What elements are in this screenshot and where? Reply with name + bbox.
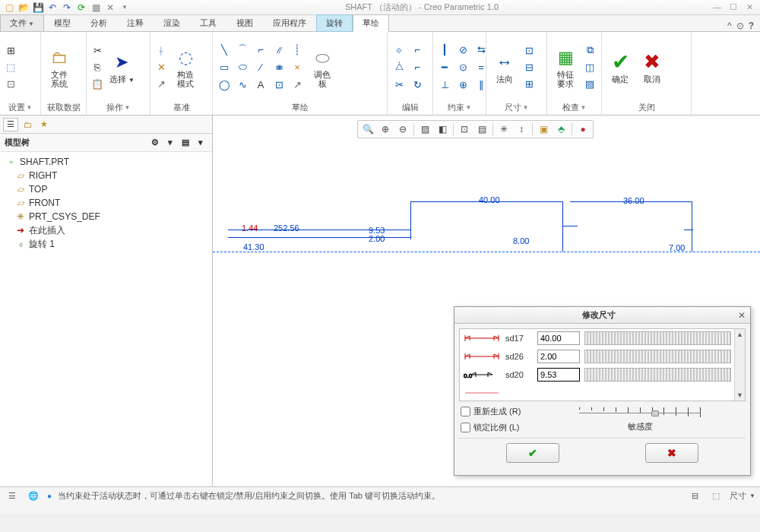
coord-icon[interactable]: ↗ (154, 76, 169, 91)
chamfer-icon[interactable]: ∕ (252, 59, 269, 75)
dialog-ok-button[interactable]: ✔ (506, 443, 559, 463)
tree-node-insert[interactable]: ➔在此插入 (5, 223, 207, 237)
save-icon[interactable]: 💾 (32, 2, 44, 14)
palette-button[interactable]: ⬭ 调色 板 (307, 44, 337, 90)
thicken-icon[interactable]: ⩩ (271, 59, 287, 75)
annot-disp-icon[interactable]: ▣ (535, 122, 552, 137)
baseline-icon[interactable]: ⊟ (521, 59, 537, 74)
thumbwheel[interactable] (584, 368, 731, 382)
selection-filter[interactable]: 尺寸 ▼ (730, 490, 755, 502)
spline-icon[interactable]: ∿ (234, 76, 251, 93)
dim-value-input[interactable] (537, 368, 580, 382)
ellipse-icon[interactable]: ⬭ (234, 59, 251, 75)
construct-button[interactable]: ◌ 构造 模式 (170, 44, 201, 90)
project-icon[interactable]: ⊡ (271, 76, 287, 93)
tree-node-top[interactable]: ▱TOP (5, 182, 207, 196)
dim-value-input[interactable] (537, 331, 580, 345)
dim-value-input[interactable] (537, 350, 580, 363)
close-win-icon[interactable]: ✕ (104, 2, 116, 14)
arc-icon[interactable]: ⌒ (234, 41, 251, 58)
tab-sketch[interactable]: 草绘 (353, 14, 389, 32)
normal-dim-button[interactable]: ↔ 法向 (489, 49, 520, 85)
rotate-icon[interactable]: ↻ (409, 76, 426, 93)
delete-seg-icon[interactable]: ⌐ (409, 41, 426, 58)
dim-8[interactable]: 8.00 (513, 236, 529, 245)
close-icon[interactable]: ✕ (746, 2, 757, 13)
corner-icon[interactable]: ⌐ (409, 59, 426, 75)
mirror-icon[interactable]: ⧊ (391, 59, 407, 75)
scroll-down-icon[interactable]: ▼ (735, 390, 745, 401)
tab-render[interactable]: 渲染 (154, 14, 190, 32)
dim-40[interactable]: 40.00 (479, 195, 500, 204)
centerline-icon[interactable]: ⟊ (154, 43, 169, 58)
paste-icon[interactable]: 📋 (90, 76, 105, 91)
tree-node-csys[interactable]: ✳PRT_CSYS_DEF (5, 210, 207, 223)
status-tree-icon[interactable]: ☰ (5, 489, 20, 503)
collapse-ribbon-icon[interactable]: ^ (727, 21, 732, 31)
open-icon[interactable]: 📂 (17, 2, 30, 14)
point2-icon[interactable]: × (289, 59, 306, 75)
perpendicular-icon[interactable]: ⊥ (436, 76, 453, 93)
tree-node-right[interactable]: ▱RIGHT (5, 169, 207, 182)
axis-disp-icon[interactable]: ↕ (513, 122, 530, 137)
persp-icon[interactable]: ● (575, 122, 591, 137)
dim-144[interactable]: 1.44 (242, 223, 258, 233)
status-msg-icon[interactable]: ⊟ (687, 489, 702, 503)
horizontal-icon[interactable]: ━ (436, 59, 453, 75)
offset-icon[interactable]: ⫽ (271, 41, 287, 58)
coord2-icon[interactable]: ↗ (289, 76, 306, 93)
thumbwheel[interactable] (584, 331, 731, 345)
tree-tab-icon[interactable]: ☰ (3, 118, 18, 131)
scroll-up-icon[interactable]: ▲ (735, 329, 745, 340)
dim-7[interactable]: 7.00 (669, 243, 685, 252)
tab-annotate[interactable]: 注释 (117, 14, 154, 32)
options-icon[interactable]: ⊙ (736, 21, 744, 31)
dialog-cancel-button[interactable]: ✖ (645, 443, 698, 463)
tree-node-revolve[interactable]: ⬨旋转 1 (5, 237, 207, 251)
tree-root[interactable]: ▫SHAFT.PRT (5, 155, 207, 169)
model-tree[interactable]: ▫SHAFT.PRT ▱RIGHT ▱TOP ▱FRONT ✳PRT_CSYS_… (0, 152, 212, 486)
shade-icon[interactable]: ▨ (582, 76, 597, 91)
point-icon[interactable]: ✕ (154, 59, 169, 74)
tab-analysis[interactable]: 分析 (81, 14, 117, 32)
dim-row-sd20[interactable]: 0.0 sd20 (460, 366, 745, 384)
centerline2-icon[interactable]: ┊ (289, 41, 306, 58)
qat-icon[interactable]: ▦ (90, 2, 102, 14)
lock-checkbox[interactable]: 锁定比例 (L) (461, 422, 521, 433)
dialog-titlebar[interactable]: 修改尺寸 ✕ (454, 307, 750, 324)
text-icon[interactable]: A (252, 76, 269, 93)
copy-icon[interactable]: ⎘ (90, 59, 105, 74)
refit-icon[interactable]: 🔍 (359, 122, 376, 137)
fillet-icon[interactable]: ⌐ (252, 41, 269, 58)
dim-36[interactable]: 36.00 (623, 196, 644, 205)
dim-953r[interactable]: 2.00 (369, 234, 385, 243)
tab-file[interactable]: 文件▼ (0, 14, 44, 32)
thumbwheel[interactable] (584, 350, 731, 363)
tab-tools[interactable]: 工具 (190, 14, 226, 32)
status-globe-icon[interactable]: 🌐 (26, 489, 41, 503)
tab-model[interactable]: 模型 (44, 14, 81, 32)
slider-thumb[interactable] (651, 410, 659, 416)
status-find-icon[interactable]: ⬚ (708, 489, 724, 503)
line-icon[interactable]: ╲ (216, 41, 233, 58)
tab-view[interactable]: 视图 (226, 14, 263, 32)
tree-dd-icon[interactable]: ▾ (194, 136, 207, 150)
tree-node-front[interactable]: ▱FRONT (5, 196, 207, 210)
tree-filter-icon[interactable]: ▾ (163, 136, 177, 150)
shade-icon[interactable]: ◧ (434, 122, 451, 137)
help-icon[interactable]: ? (749, 21, 754, 31)
overlap-icon[interactable]: ⧉ (582, 43, 597, 58)
fav-tab-icon[interactable]: ★ (36, 118, 52, 131)
ref-icon[interactable]: ⬚ (3, 59, 18, 74)
circle-icon[interactable]: ◯ (216, 76, 233, 93)
modify-icon[interactable]: ⟐ (391, 41, 407, 58)
zoom-out-icon[interactable]: ⊖ (394, 122, 411, 137)
minimize-icon[interactable]: — (713, 2, 724, 13)
select-button[interactable]: ➤ 选择 ▼ (106, 49, 138, 86)
repaint-icon[interactable]: ▨ (416, 122, 433, 137)
csys-icon[interactable]: ⊡ (3, 76, 18, 91)
maximize-icon[interactable]: ☐ (730, 2, 740, 13)
zoom-in-icon[interactable]: ⊕ (377, 122, 394, 137)
tab-revolve[interactable]: 旋转 (316, 14, 353, 32)
rect-icon[interactable]: ▭ (216, 59, 233, 75)
